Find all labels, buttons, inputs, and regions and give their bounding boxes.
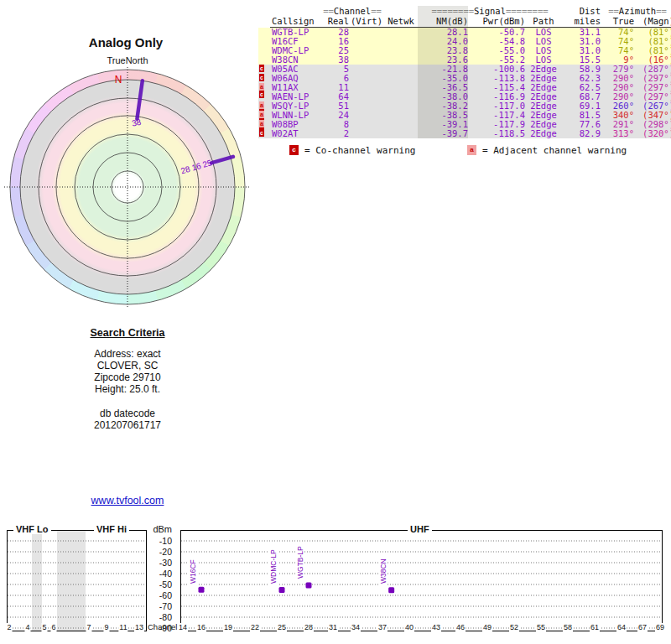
co-channel-warning-flag: c [259, 65, 264, 72]
cell-network [384, 55, 418, 65]
warning-legend: c = Co-channel warning a = Adjacent chan… [258, 145, 671, 156]
cell-callsign: W02AT [270, 129, 320, 138]
col-miles: miles [562, 16, 601, 26]
dbm-tick-label: -90 [141, 624, 172, 633]
address-line: Address: exact [0, 348, 255, 360]
adjacent-warning-flag: a [259, 83, 264, 91]
warning-flags [258, 55, 270, 65]
cell-network [384, 28, 418, 37]
col-real: Real [320, 16, 349, 26]
table-column-headers: Callsign Real (Virt) Netwk NM(dB) Pwr(dB… [258, 16, 671, 26]
uhf-channel-tick: 64 [616, 623, 627, 631]
uhf-channel-tick: 43 [431, 623, 441, 631]
station-callsign-vertical: W16CF [189, 558, 197, 585]
uhf-channel-tick: 34 [351, 623, 361, 631]
site-link-wrap: www.tvfool.com [0, 495, 255, 506]
uhf-channel-tick: 19 [223, 623, 233, 631]
signal-bar [388, 587, 394, 593]
uhf-channel-tick: 61 [590, 623, 600, 631]
bearing-channel-label: 28 [179, 164, 191, 176]
cell-network [384, 65, 418, 74]
dbm-gridlines [8, 541, 662, 628]
warning-flags [258, 46, 270, 55]
col-netwk: Netwk [384, 16, 418, 26]
col-path: Path [525, 16, 562, 26]
col-nm: NM(dB) [418, 16, 468, 26]
search-criteria-title: Search Criteria [0, 327, 255, 339]
cell-virt-channel [349, 28, 384, 37]
db-datecode: db datecode 201207061717 [0, 408, 255, 431]
col-virt: (Virt) [349, 16, 384, 26]
tvfool-report: { "polar": { "title": "Analog Only", "no… [0, 0, 671, 644]
bearing-line [137, 80, 142, 119]
station-callsign-vertical: WDMC-LP [269, 548, 278, 585]
dbm-tick-label: -40 [141, 569, 172, 579]
signal-bar [306, 582, 312, 588]
cell-virt-channel [349, 65, 384, 74]
uhf-channel-tick: 28 [304, 623, 314, 631]
adjacent-channel-badge: a [467, 145, 476, 155]
uhf-channel-tick: 55 [536, 623, 546, 631]
dbm-tick-label: -70 [141, 602, 172, 611]
warning-flags [258, 37, 270, 46]
bearing-channel-label: 38 [131, 117, 143, 128]
zipcode-line: Zipcode 29710 [0, 371, 255, 383]
tvfool-link[interactable]: www.tvfool.com [91, 495, 164, 506]
signal-bar [279, 587, 285, 593]
city-line: CLOVER, SC [0, 360, 255, 371]
channel-group-header: ==Channel== [320, 6, 384, 16]
station-table: ==Channel== ========Signal======== Dist … [258, 6, 671, 165]
warning-flags: c [258, 74, 270, 83]
co-channel-warning-flag: c [259, 74, 264, 81]
vhf-channel-tick: 5 [41, 623, 47, 631]
uhf-channel-tick: 37 [377, 623, 388, 631]
db-datecode-value: 201207061717 [0, 419, 255, 431]
uhf-channel-tick: 69 [655, 623, 665, 631]
cell-virt-channel [349, 74, 384, 83]
uhf-channel-tick: 49 [482, 623, 492, 631]
cell-virt-channel [349, 46, 384, 55]
dbm-tick-label: -20 [141, 548, 172, 557]
co-channel-warning-flag: c [259, 129, 264, 137]
search-criteria: Search Criteria Address: exact CLOVER, S… [0, 327, 255, 395]
cell-network [384, 74, 418, 83]
vhf-channel-tick: 6 [50, 623, 56, 631]
north-marker: N [115, 74, 122, 86]
cell-network [384, 46, 418, 55]
signal-bars [199, 582, 395, 593]
adjacent-warning-flag: a [259, 101, 264, 109]
col-true: True [601, 16, 634, 26]
uhf-channel-tick: 46 [455, 623, 466, 631]
cell-dist-miles: 82.9 [562, 129, 601, 138]
cell-path: 2Edge [525, 129, 562, 138]
bearing-channel-label: 16 [190, 161, 202, 173]
cell-network [384, 129, 418, 138]
vhf-channel-tick: 11 [118, 623, 127, 631]
dbm-tick-label: -50 [141, 580, 172, 589]
col-pwr: Pwr(dBm) [468, 16, 525, 26]
dist-group-header: Dist [562, 6, 601, 16]
bearing-channel-label: 25 [201, 158, 213, 169]
vhf-hi-label: VHF Hi [94, 524, 129, 534]
station-callsign-vertical: WGTB-LP [296, 545, 304, 581]
cell-virt-channel [349, 37, 384, 46]
signal-bar [199, 587, 205, 593]
azimuth-group-header: ==Azimuth== [601, 6, 671, 16]
signal-group-header: ========Signal======== [418, 6, 562, 16]
uhf-channel-tick: 52 [509, 623, 519, 631]
polar-chart: N 38281625 [2, 61, 253, 313]
table-body: WGTB-LP2828.1-50.7LOS31.174°(81°)W16CF16… [258, 28, 671, 138]
vhf-lo-label: VHF Lo [13, 524, 51, 534]
uhf-channel-tick: 31 [328, 623, 338, 631]
cell-nm-db: -39.7 [418, 129, 468, 138]
co-channel-badge: c [289, 145, 299, 155]
cell-real-channel: 2 [320, 129, 349, 138]
col-callsign: Callsign [270, 16, 320, 26]
vhf-channel-tick: 2 [6, 623, 12, 631]
panel-borders [7, 530, 663, 631]
dbm-tick-label: -80 [141, 613, 172, 622]
warning-flags: c [258, 65, 270, 74]
table-row: cW02AT2-39.7-118.52Edge82.9313°(320°) [258, 129, 671, 138]
adjacent-warning-flag: a [259, 111, 264, 118]
vhf-channel-tick: 9 [103, 623, 109, 631]
